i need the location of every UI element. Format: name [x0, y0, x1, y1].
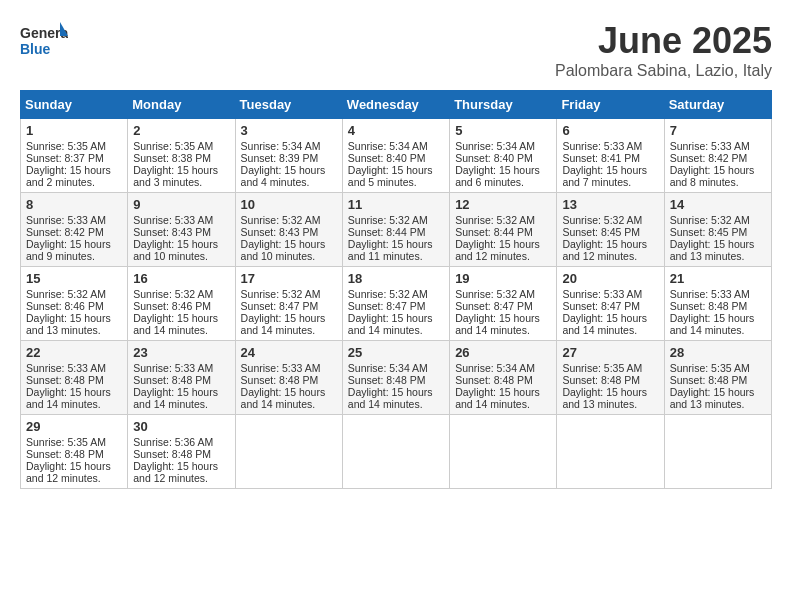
calendar-table: Sunday Monday Tuesday Wednesday Thursday…	[20, 90, 772, 489]
sunset-label: Sunset: 8:42 PM	[670, 152, 748, 164]
header-monday: Monday	[128, 91, 235, 119]
location-subtitle: Palombara Sabina, Lazio, Italy	[555, 62, 772, 80]
day-number: 29	[26, 419, 122, 434]
sunrise-label: Sunrise: 5:36 AM	[133, 436, 213, 448]
table-row	[450, 415, 557, 489]
table-row: 14 Sunrise: 5:32 AM Sunset: 8:45 PM Dayl…	[664, 193, 771, 267]
sunrise-label: Sunrise: 5:32 AM	[670, 214, 750, 226]
sunrise-label: Sunrise: 5:34 AM	[241, 140, 321, 152]
table-row: 20 Sunrise: 5:33 AM Sunset: 8:47 PM Dayl…	[557, 267, 664, 341]
table-row	[664, 415, 771, 489]
sunset-label: Sunset: 8:47 PM	[562, 300, 640, 312]
daylight-label: Daylight: 15 hours and 14 minutes.	[26, 386, 111, 410]
logo: General Blue	[20, 20, 68, 64]
header-thursday: Thursday	[450, 91, 557, 119]
daylight-label: Daylight: 15 hours and 12 minutes.	[562, 238, 647, 262]
calendar-week-row: 29 Sunrise: 5:35 AM Sunset: 8:48 PM Dayl…	[21, 415, 772, 489]
sunrise-label: Sunrise: 5:35 AM	[26, 436, 106, 448]
calendar-week-row: 1 Sunrise: 5:35 AM Sunset: 8:37 PM Dayli…	[21, 119, 772, 193]
daylight-label: Daylight: 15 hours and 5 minutes.	[348, 164, 433, 188]
table-row: 25 Sunrise: 5:34 AM Sunset: 8:48 PM Dayl…	[342, 341, 449, 415]
sunset-label: Sunset: 8:48 PM	[670, 300, 748, 312]
table-row: 5 Sunrise: 5:34 AM Sunset: 8:40 PM Dayli…	[450, 119, 557, 193]
sunset-label: Sunset: 8:40 PM	[455, 152, 533, 164]
table-row	[342, 415, 449, 489]
day-number: 23	[133, 345, 229, 360]
daylight-label: Daylight: 15 hours and 14 minutes.	[455, 312, 540, 336]
day-number: 21	[670, 271, 766, 286]
table-row: 10 Sunrise: 5:32 AM Sunset: 8:43 PM Dayl…	[235, 193, 342, 267]
table-row: 7 Sunrise: 5:33 AM Sunset: 8:42 PM Dayli…	[664, 119, 771, 193]
table-row: 29 Sunrise: 5:35 AM Sunset: 8:48 PM Dayl…	[21, 415, 128, 489]
sunrise-label: Sunrise: 5:32 AM	[241, 214, 321, 226]
sunrise-label: Sunrise: 5:33 AM	[133, 362, 213, 374]
daylight-label: Daylight: 15 hours and 14 minutes.	[133, 312, 218, 336]
header-sunday: Sunday	[21, 91, 128, 119]
table-row: 9 Sunrise: 5:33 AM Sunset: 8:43 PM Dayli…	[128, 193, 235, 267]
daylight-label: Daylight: 15 hours and 10 minutes.	[241, 238, 326, 262]
day-number: 5	[455, 123, 551, 138]
sunrise-label: Sunrise: 5:32 AM	[455, 214, 535, 226]
day-number: 27	[562, 345, 658, 360]
day-number: 10	[241, 197, 337, 212]
sunrise-label: Sunrise: 5:33 AM	[133, 214, 213, 226]
day-number: 12	[455, 197, 551, 212]
table-row: 26 Sunrise: 5:34 AM Sunset: 8:48 PM Dayl…	[450, 341, 557, 415]
sunset-label: Sunset: 8:42 PM	[26, 226, 104, 238]
logo-svg: General Blue	[20, 20, 68, 64]
sunrise-label: Sunrise: 5:35 AM	[26, 140, 106, 152]
daylight-label: Daylight: 15 hours and 13 minutes.	[26, 312, 111, 336]
table-row: 17 Sunrise: 5:32 AM Sunset: 8:47 PM Dayl…	[235, 267, 342, 341]
sunset-label: Sunset: 8:48 PM	[133, 448, 211, 460]
table-row: 16 Sunrise: 5:32 AM Sunset: 8:46 PM Dayl…	[128, 267, 235, 341]
day-number: 9	[133, 197, 229, 212]
table-row: 30 Sunrise: 5:36 AM Sunset: 8:48 PM Dayl…	[128, 415, 235, 489]
header-friday: Friday	[557, 91, 664, 119]
daylight-label: Daylight: 15 hours and 14 minutes.	[348, 312, 433, 336]
daylight-label: Daylight: 15 hours and 14 minutes.	[348, 386, 433, 410]
sunset-label: Sunset: 8:48 PM	[26, 374, 104, 386]
sunset-label: Sunset: 8:46 PM	[26, 300, 104, 312]
daylight-label: Daylight: 15 hours and 2 minutes.	[26, 164, 111, 188]
sunset-label: Sunset: 8:45 PM	[670, 226, 748, 238]
header-tuesday: Tuesday	[235, 91, 342, 119]
sunset-label: Sunset: 8:48 PM	[455, 374, 533, 386]
sunrise-label: Sunrise: 5:33 AM	[670, 288, 750, 300]
daylight-label: Daylight: 15 hours and 12 minutes.	[455, 238, 540, 262]
daylight-label: Daylight: 15 hours and 12 minutes.	[26, 460, 111, 484]
sunset-label: Sunset: 8:37 PM	[26, 152, 104, 164]
table-row: 13 Sunrise: 5:32 AM Sunset: 8:45 PM Dayl…	[557, 193, 664, 267]
day-number: 15	[26, 271, 122, 286]
calendar-week-row: 8 Sunrise: 5:33 AM Sunset: 8:42 PM Dayli…	[21, 193, 772, 267]
table-row	[235, 415, 342, 489]
sunrise-label: Sunrise: 5:34 AM	[455, 362, 535, 374]
daylight-label: Daylight: 15 hours and 4 minutes.	[241, 164, 326, 188]
day-number: 24	[241, 345, 337, 360]
sunset-label: Sunset: 8:47 PM	[241, 300, 319, 312]
day-number: 7	[670, 123, 766, 138]
daylight-label: Daylight: 15 hours and 14 minutes.	[241, 312, 326, 336]
daylight-label: Daylight: 15 hours and 3 minutes.	[133, 164, 218, 188]
daylight-label: Daylight: 15 hours and 14 minutes.	[670, 312, 755, 336]
sunrise-label: Sunrise: 5:32 AM	[562, 214, 642, 226]
table-row: 22 Sunrise: 5:33 AM Sunset: 8:48 PM Dayl…	[21, 341, 128, 415]
table-row: 12 Sunrise: 5:32 AM Sunset: 8:44 PM Dayl…	[450, 193, 557, 267]
day-number: 13	[562, 197, 658, 212]
sunset-label: Sunset: 8:45 PM	[562, 226, 640, 238]
sunset-label: Sunset: 8:43 PM	[241, 226, 319, 238]
table-row: 6 Sunrise: 5:33 AM Sunset: 8:41 PM Dayli…	[557, 119, 664, 193]
day-number: 6	[562, 123, 658, 138]
day-number: 4	[348, 123, 444, 138]
day-number: 19	[455, 271, 551, 286]
daylight-label: Daylight: 15 hours and 9 minutes.	[26, 238, 111, 262]
sunrise-label: Sunrise: 5:33 AM	[26, 214, 106, 226]
sunset-label: Sunset: 8:43 PM	[133, 226, 211, 238]
sunrise-label: Sunrise: 5:35 AM	[133, 140, 213, 152]
svg-text:Blue: Blue	[20, 41, 51, 57]
day-number: 8	[26, 197, 122, 212]
sunset-label: Sunset: 8:48 PM	[26, 448, 104, 460]
daylight-label: Daylight: 15 hours and 8 minutes.	[670, 164, 755, 188]
day-number: 11	[348, 197, 444, 212]
day-number: 18	[348, 271, 444, 286]
sunset-label: Sunset: 8:41 PM	[562, 152, 640, 164]
